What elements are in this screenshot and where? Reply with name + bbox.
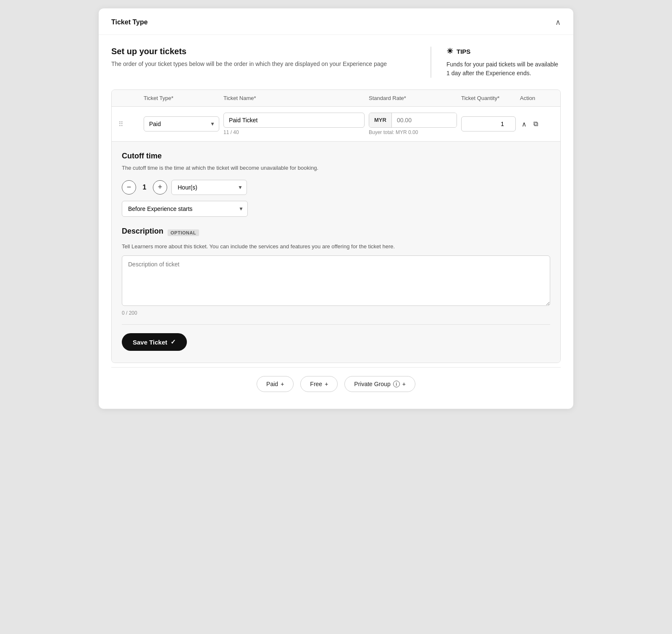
setup-description: The order of your ticket types below wil… — [111, 60, 414, 68]
description-char-count: 0 / 200 — [122, 310, 550, 316]
drag-handle[interactable]: ⠿ — [118, 120, 139, 128]
add-ticket-row: Paid + Free + Private Group i + — [111, 367, 561, 396]
add-private-group-icon: + — [402, 381, 406, 387]
add-private-group-label: Private Group — [354, 381, 390, 387]
top-section: Set up your tickets The order of your ti… — [111, 47, 561, 78]
cutoff-row: − 1 + Hour(s) Minute(s) Day(s) ▼ — [122, 180, 550, 195]
card-title: Ticket Type — [111, 18, 148, 26]
currency-label: MYR — [369, 113, 392, 127]
tips-icon: ☀ — [446, 47, 453, 56]
quantity-input[interactable] — [461, 116, 516, 132]
table-row: ⠿ Paid Free Private Group ▼ 11 / 40 — [112, 107, 560, 141]
ticket-type-card: Ticket Type ∧ Set up your tickets The or… — [99, 8, 573, 409]
save-check-icon: ✓ — [171, 338, 176, 346]
add-paid-button[interactable]: Paid + — [257, 376, 294, 392]
rate-input-row: MYR — [369, 113, 457, 128]
expanded-section: Cutoff time The cutoff time is the time … — [112, 141, 560, 363]
tips-section: ☀ TIPS Funds for your paid tickets will … — [430, 47, 561, 78]
ticket-name-char-count: 11 / 40 — [223, 129, 365, 135]
tips-header: ☀ TIPS — [446, 47, 561, 56]
optional-badge: OPTIONAL — [168, 229, 199, 236]
hours-select-wrapper: Hour(s) Minute(s) Day(s) ▼ — [171, 180, 247, 195]
col-ticket-name: Ticket Name* — [223, 95, 365, 101]
col-action: Action — [520, 95, 554, 101]
card-body: Set up your tickets The order of your ti… — [99, 35, 573, 409]
cutoff-title: Cutoff time — [122, 152, 550, 160]
desc-title-row: Description OPTIONAL — [122, 227, 550, 239]
description-section: Description OPTIONAL Tell Learners more … — [122, 227, 550, 316]
ticket-name-wrapper: 11 / 40 — [223, 113, 365, 135]
setup-title: Set up your tickets — [111, 47, 414, 56]
ticket-type-select[interactable]: Paid Free Private Group — [144, 116, 219, 132]
description-textarea[interactable] — [122, 255, 550, 306]
add-free-label: Free — [310, 381, 322, 387]
save-section: Save Ticket ✓ — [122, 324, 550, 351]
duplicate-button[interactable]: ⧉ — [532, 118, 540, 129]
setup-info: Set up your tickets The order of your ti… — [111, 47, 414, 78]
add-private-group-button[interactable]: Private Group i + — [344, 376, 415, 392]
add-free-icon: + — [325, 381, 328, 387]
rate-input[interactable] — [392, 113, 457, 127]
description-hint: Tell Learners more about this ticket. Yo… — [122, 242, 550, 251]
collapse-row-button[interactable]: ∧ — [520, 118, 528, 130]
ticket-type-select-wrapper: Paid Free Private Group ▼ — [144, 116, 219, 132]
ticket-table: Ticket Type* Ticket Name* Standard Rate*… — [111, 89, 561, 363]
quantity-wrapper — [461, 116, 516, 132]
tips-text: Funds for your paid tickets will be avai… — [446, 60, 561, 78]
description-title: Description — [122, 227, 163, 236]
col-standard-rate: Standard Rate* — [369, 95, 457, 101]
collapse-icon[interactable]: ∧ — [555, 18, 561, 27]
decrement-button[interactable]: − — [122, 180, 136, 195]
save-ticket-button[interactable]: Save Ticket ✓ — [122, 333, 187, 351]
rate-wrapper: MYR Buyer total: MYR 0.00 — [369, 113, 457, 135]
col-ticket-type: Ticket Type* — [144, 95, 219, 101]
cutoff-description: The cutoff time is the time at which the… — [122, 164, 550, 172]
add-free-button[interactable]: Free + — [300, 376, 338, 392]
add-paid-label: Paid — [266, 381, 278, 387]
timing-select-wrapper: Before Experience starts After Experienc… — [122, 201, 248, 217]
col-ticket-quantity: Ticket Quantity* — [461, 95, 516, 101]
buyer-total: Buyer total: MYR 0.00 — [369, 129, 457, 135]
save-ticket-label: Save Ticket — [133, 339, 167, 346]
counter-value: 1 — [140, 184, 149, 191]
card-header: Ticket Type ∧ — [99, 8, 573, 35]
private-group-info-icon[interactable]: i — [393, 381, 400, 387]
action-buttons: ∧ ⧉ — [520, 118, 554, 130]
col-drag — [118, 95, 139, 101]
tips-label: TIPS — [457, 48, 470, 55]
add-paid-icon: + — [281, 381, 284, 387]
timing-select[interactable]: Before Experience starts After Experienc… — [122, 201, 248, 217]
table-header: Ticket Type* Ticket Name* Standard Rate*… — [112, 90, 560, 107]
increment-button[interactable]: + — [153, 180, 167, 195]
ticket-name-input[interactable] — [223, 113, 365, 128]
hours-select[interactable]: Hour(s) Minute(s) Day(s) — [171, 180, 247, 195]
